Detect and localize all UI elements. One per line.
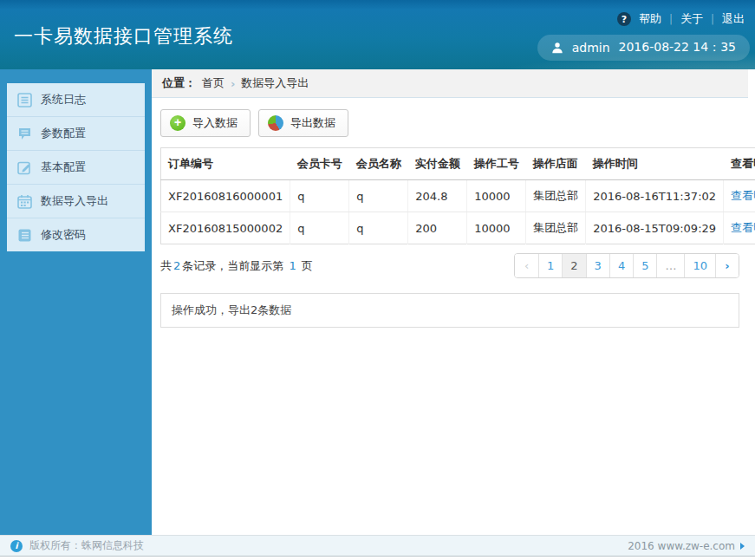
plus-icon: + [170, 115, 185, 131]
page-button-1[interactable]: 1 [538, 254, 562, 277]
next-page-button[interactable]: › [715, 254, 739, 277]
table-row: XF20160816000001 q q 204.8 10000 集团总部 20… [161, 180, 755, 212]
cell-operator-id: 10000 [467, 212, 526, 244]
app-title: 一卡易数据接口管理系统 [14, 23, 233, 49]
app-window: 一卡易数据接口管理系统 ? 帮助 | 关于 | 退出 admin 2016-08… [0, 0, 755, 560]
chevron-right-icon: › [231, 77, 235, 90]
orders-table: 订单编号 会员卡号 会员名称 实付金额 操作工号 操作店面 操作时间 查看明细 [160, 147, 755, 244]
col-order-no: 订单编号 [161, 148, 290, 180]
log-list-icon [17, 93, 32, 107]
breadcrumb-home-link[interactable]: 首页 [202, 75, 225, 91]
page-button-3[interactable]: 3 [586, 254, 609, 277]
footer-copyright: i 版权所有：蛛网信息科技 [10, 538, 144, 553]
sidebar-item-label: 修改密码 [41, 227, 86, 243]
export-button-label: 导出数据 [290, 115, 335, 131]
toolbar: + 导入数据 导出数据 [160, 109, 739, 137]
arrow-right-icon [740, 543, 745, 550]
breadcrumb: 位置： 首页 › 数据导入导出 [152, 69, 748, 98]
table-header-row: 订单编号 会员卡号 会员名称 实付金额 操作工号 操作店面 操作时间 查看明细 [161, 148, 755, 180]
link-separator: | [711, 13, 714, 25]
breadcrumb-current: 数据导入导出 [241, 75, 309, 91]
app-header: 一卡易数据接口管理系统 ? 帮助 | 关于 | 退出 admin 2016-08… [0, 0, 755, 69]
page-button-2[interactable]: 2 [562, 254, 585, 277]
page-button-5[interactable]: 5 [633, 254, 656, 277]
page-button-4[interactable]: 4 [609, 254, 633, 277]
col-store: 操作店面 [526, 148, 586, 180]
sidebar-item-label: 数据导入导出 [41, 193, 108, 209]
view-detail-link[interactable]: 查看明细 [731, 221, 755, 234]
cell-paid-amount: 200 [408, 212, 467, 244]
cell-member-name: q [349, 180, 408, 212]
page-button-10[interactable]: 10 [684, 254, 715, 277]
datetime: 2016-08-22 14：35 [619, 40, 736, 55]
col-paid-amount: 实付金额 [408, 148, 467, 180]
sidebar-item-label: 系统日志 [41, 92, 86, 107]
status-message: 操作成功，导出2条数据 [160, 293, 739, 328]
records-middle: 条记录，当前显示第 [182, 259, 283, 272]
cell-order-no: XF20160815000002 [161, 212, 290, 244]
status-message-text: 操作成功，导出2条数据 [172, 303, 291, 316]
breadcrumb-prefix: 位置： [162, 75, 196, 91]
table-footer: 共2条记录，当前显示第 1 页 ‹ 1 2 3 4 5 … 10 › [160, 253, 739, 278]
col-detail: 查看明细 [724, 148, 755, 180]
cell-operator-id: 10000 [467, 180, 526, 212]
table-row: XF20160815000002 q q 200 10000 集团总部 2016… [161, 212, 755, 244]
cell-member-name: q [349, 212, 408, 244]
sidebar-item-label: 基本配置 [41, 160, 86, 175]
copyright-text: 版权所有：蛛网信息科技 [29, 538, 144, 553]
link-separator: | [669, 13, 673, 25]
content-area: 位置： 首页 › 数据导入导出 + 导入数据 导出数据 [152, 69, 748, 535]
cell-card-no: q [290, 180, 349, 212]
content-body: + 导入数据 导出数据 订单编号 [152, 98, 748, 328]
records-prefix: 共 [160, 259, 172, 272]
sidebar-item-data-import-export[interactable]: 数据导入导出 [7, 185, 145, 218]
cell-store: 集团总部 [526, 180, 586, 212]
sidebar-item-basic-config[interactable]: 基本配置 [7, 151, 145, 185]
sidebar-item-change-password[interactable]: 修改密码 [7, 218, 145, 251]
edit-icon [17, 160, 32, 175]
records-summary: 共2条记录，当前显示第 1 页 [160, 258, 313, 274]
list-icon [17, 228, 32, 243]
records-count: 2 [172, 259, 182, 272]
help-link[interactable]: 帮助 [639, 11, 661, 27]
sidebar-item-system-log[interactable]: 系统日志 [7, 83, 145, 117]
pagination: ‹ 1 2 3 4 5 … 10 › [514, 253, 739, 278]
cell-paid-amount: 204.8 [408, 180, 467, 212]
footer-site-link[interactable]: 2016 www.zw-e.com [628, 540, 745, 552]
col-operator-id: 操作工号 [467, 148, 526, 180]
records-suffix: 页 [302, 259, 313, 272]
main-area: 系统日志 参数配置 基本配置 [0, 69, 755, 535]
about-link[interactable]: 关于 [680, 11, 703, 27]
sidebar-item-label: 参数配置 [41, 126, 86, 141]
logout-link[interactable]: 退出 [722, 11, 745, 27]
header-links: ? 帮助 | 关于 | 退出 [617, 11, 745, 27]
sidebar-item-parameter-config[interactable]: 参数配置 [7, 117, 145, 151]
cell-time: 2016-08-16T11:37:02 [586, 180, 724, 212]
import-data-button[interactable]: + 导入数据 [160, 109, 251, 137]
site-text: 2016 www.zw-e.com [628, 540, 735, 552]
cell-time: 2016-08-15T09:09:29 [586, 212, 724, 244]
col-card-no: 会员卡号 [290, 148, 349, 180]
calendar-icon [17, 194, 32, 209]
col-time: 操作时间 [586, 148, 724, 180]
records-current-page: 1 [287, 259, 297, 272]
prev-page-button[interactable]: ‹ [515, 254, 538, 277]
bottom-strip [0, 557, 755, 560]
comment-icon [17, 127, 32, 141]
export-data-button[interactable]: 导出数据 [258, 109, 348, 137]
cell-card-no: q [290, 212, 349, 244]
pie-chart-icon [268, 115, 283, 131]
page-ellipsis: … [656, 254, 684, 277]
view-detail-link[interactable]: 查看明细 [731, 189, 755, 202]
app-footer: i 版权所有：蛛网信息科技 2016 www.zw-e.com [0, 535, 755, 557]
import-button-label: 导入数据 [192, 115, 238, 131]
user-pill: admin 2016-08-22 14：35 [537, 35, 750, 61]
info-icon: i [10, 540, 23, 552]
cell-order-no: XF20160816000001 [161, 180, 290, 212]
sidebar-menu: 系统日志 参数配置 基本配置 [7, 83, 145, 251]
username: admin [572, 41, 610, 55]
sidebar-column: 系统日志 参数配置 基本配置 [0, 69, 152, 535]
col-member-name: 会员名称 [349, 148, 408, 180]
cell-store: 集团总部 [526, 212, 586, 244]
help-icon[interactable]: ? [617, 12, 631, 26]
